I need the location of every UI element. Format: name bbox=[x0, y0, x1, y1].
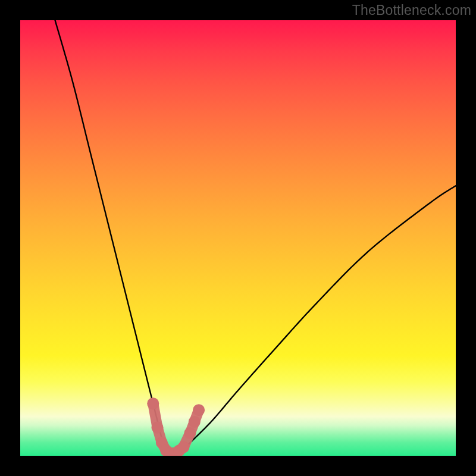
marker-dot bbox=[147, 397, 159, 409]
marker-dot bbox=[152, 421, 164, 433]
marker-dot bbox=[184, 427, 196, 439]
marker-dot bbox=[193, 404, 205, 416]
chart-container: TheBottleneck.com bbox=[0, 0, 476, 476]
series-group bbox=[55, 20, 456, 456]
curve-layer bbox=[20, 20, 456, 456]
marker-dot bbox=[178, 441, 190, 453]
marker-dot bbox=[189, 416, 201, 428]
series-left-branch bbox=[55, 20, 164, 447]
watermark-text: TheBottleneck.com bbox=[352, 2, 471, 18]
series-right-branch bbox=[173, 186, 456, 456]
marker-group bbox=[147, 397, 205, 456]
plot-area bbox=[20, 20, 456, 456]
